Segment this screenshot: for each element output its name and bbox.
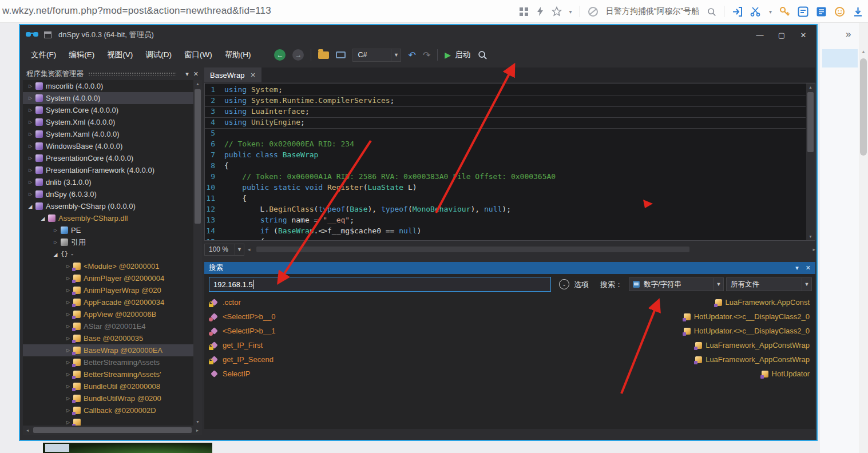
search-result-row[interactable]: get_IP_SecendLuaFramework_AppConstWrap — [204, 352, 815, 367]
expander-icon[interactable]: ◢ — [51, 252, 60, 257]
tree-item[interactable]: ▷BundleUtil @02000008 — [23, 380, 193, 392]
zoom-caret-icon[interactable]: ▼ — [235, 244, 244, 255]
expander-icon[interactable]: ▷ — [64, 276, 72, 281]
scissors-menu-caret-icon[interactable]: ▾ — [769, 9, 772, 15]
tab-basewrap[interactable]: BaseWrap ✕ — [204, 67, 261, 82]
options-label[interactable]: 选项 — [574, 280, 589, 290]
menu-item[interactable]: 视图(V) — [101, 50, 139, 60]
tree-item[interactable]: ▷BundleUtilWrap @0200 — [23, 392, 193, 404]
expander-icon[interactable]: ▷ — [64, 336, 72, 341]
menu-item[interactable]: 文件(F) — [25, 50, 62, 60]
language-caret-icon[interactable]: ▼ — [391, 49, 401, 61]
expander-icon[interactable]: ▷ — [64, 312, 72, 317]
expander-icon[interactable]: ▷ — [64, 384, 72, 389]
extensions-overflow-chevron[interactable]: » — [846, 29, 851, 40]
tree-item[interactable]: ▷PE — [23, 224, 193, 236]
scroll-up-icon[interactable]: ▲ — [806, 85, 815, 89]
tree-item[interactable]: ▷BetterStreamingAssets — [23, 356, 193, 368]
password-key-icon[interactable] — [779, 6, 790, 17]
scrollbar-thumb[interactable] — [195, 89, 201, 224]
expander-icon[interactable]: ▷ — [26, 108, 34, 113]
expander-icon[interactable]: ◢ — [26, 204, 34, 209]
scroll-left-icon[interactable]: ◂ — [23, 428, 32, 433]
tree-item[interactable]: ◢Assembly-CSharp (0.0.0.0) — [23, 200, 193, 212]
site-logo-icon[interactable] — [588, 6, 599, 17]
expander-icon[interactable]: ▷ — [64, 324, 72, 329]
panel-menu-caret-icon[interactable]: ▾ — [795, 264, 799, 272]
search-scope-select[interactable]: 所有文件 ▼ — [726, 277, 812, 291]
tree-item[interactable]: ▷ — [23, 416, 193, 426]
scroll-down-icon[interactable]: ▼ — [193, 420, 202, 424]
tree-item[interactable]: ▷Callback @0200002D — [23, 404, 193, 416]
language-select[interactable]: C# ▼ — [352, 49, 401, 62]
feedback-smiley-icon[interactable] — [834, 6, 845, 17]
tree-item[interactable]: ▷BetterStreamingAssets' — [23, 368, 193, 380]
editor-horizontal-scrollbar[interactable] — [254, 245, 810, 253]
search-result-row[interactable]: SelectIPHotUpdator — [204, 367, 815, 381]
tree-item[interactable]: ◢Assembly-CSharp.dll — [23, 212, 193, 224]
scope-caret-icon[interactable]: ▼ — [802, 278, 811, 291]
scroll-left-icon[interactable]: ◂ — [248, 247, 251, 252]
expander-icon[interactable]: ▷ — [64, 264, 72, 269]
tree-item[interactable]: ▷System.Xml (4.0.0.0) — [23, 116, 193, 128]
editor-vertical-scrollbar[interactable]: ▲ ▼ — [806, 84, 815, 240]
star-menu-caret-icon[interactable]: ▾ — [569, 9, 572, 15]
expander-icon[interactable]: ▷ — [64, 420, 72, 425]
options-chevron-icon[interactable]: ⌄ — [559, 279, 569, 289]
explorer-header[interactable]: 程序集资源管理器 ▾ ✕ — [23, 67, 202, 80]
scrollbar-thumb[interactable] — [256, 247, 689, 252]
search-result-row[interactable]: <SelectIP>b__1HotUpdator.<>c__DisplayCla… — [204, 324, 815, 338]
start-debug-button[interactable]: ▶ 启动 — [445, 50, 470, 60]
tree-item[interactable]: ▷WindowsBase (4.0.0.0) — [23, 140, 193, 152]
search-panel-header[interactable]: 搜索 ▾ ✕ — [204, 262, 815, 274]
expander-icon[interactable]: ▷ — [64, 396, 72, 401]
search-result-row[interactable]: .cctorLuaFramework.AppConst — [204, 295, 815, 309]
tree-item[interactable]: ▷System.Xaml (4.0.0.0) — [23, 128, 193, 140]
tree-horizontal-scrollbar[interactable]: ◂ ▸ — [23, 426, 202, 435]
search-input[interactable]: 192.168.1.5 — [209, 277, 551, 292]
expander-icon[interactable]: ▷ — [26, 132, 34, 137]
expander-icon[interactable]: ▷ — [51, 228, 60, 233]
expander-icon[interactable]: ▷ — [64, 300, 72, 305]
favorite-star-icon[interactable] — [552, 6, 562, 17]
tree-item[interactable]: ▷AppFacade @02000034 — [23, 296, 193, 308]
tree-item[interactable]: ▷dnlib (3.1.0.0) — [23, 176, 193, 188]
tree-vertical-scrollbar[interactable]: ▲ ▼ — [193, 80, 202, 426]
scroll-right-icon[interactable]: ▸ — [193, 428, 202, 433]
scroll-right-icon[interactable]: ▸ — [812, 247, 815, 252]
tree-item[interactable]: ▷PresentationCore (4.0.0.0) — [23, 152, 193, 164]
close-button[interactable]: ✕ — [792, 25, 814, 45]
tree-item[interactable]: ▷引用 — [23, 236, 193, 248]
reader-panel-icon[interactable] — [816, 6, 827, 17]
expander-icon[interactable]: ▷ — [26, 192, 34, 197]
menu-item[interactable]: 编辑(E) — [62, 50, 101, 60]
expander-icon[interactable]: ▷ — [26, 144, 34, 149]
tab-close-icon[interactable]: ✕ — [250, 71, 255, 79]
maximize-button[interactable]: ▢ — [771, 25, 792, 45]
panel-close-icon[interactable]: ✕ — [193, 70, 199, 78]
scroll-up-icon[interactable]: ▲ — [861, 49, 866, 54]
scrollbar-thumb[interactable] — [860, 58, 867, 156]
ticker-search-icon[interactable] — [707, 7, 716, 17]
scroll-up-icon[interactable]: ▲ — [193, 82, 202, 86]
search-result-row[interactable]: get_IP_FirstLuaFramework_AppConstWrap — [204, 338, 815, 352]
tree-item[interactable]: ▷Base @02000035 — [23, 332, 193, 344]
search-result-row[interactable]: <SelectIP>b__0HotUpdator.<>c__DisplayCla… — [204, 309, 815, 324]
panel-menu-caret-icon[interactable]: ▾ — [185, 70, 189, 78]
tree-item[interactable]: ▷AStar @020001E4 — [23, 320, 193, 332]
tree-item[interactable]: ▷dnSpy (6.0.3.0) — [23, 188, 193, 200]
title-bar[interactable]: dnSpy v6.0.3 (64-bit, 管理员) — ▢ ✕ — [20, 25, 817, 45]
expander-icon[interactable]: ▷ — [26, 168, 34, 173]
minimize-button[interactable]: — — [749, 25, 771, 45]
expander-icon[interactable]: ▷ — [26, 84, 34, 89]
redo-icon[interactable]: ↷ — [423, 50, 430, 61]
zoom-select[interactable]: 100 % ▼ — [204, 244, 244, 256]
kind-caret-icon[interactable]: ▼ — [714, 278, 723, 291]
screenshot-scissors-icon[interactable] — [750, 6, 762, 17]
address-bar-url[interactable]: w.wkzy.net/forum.php?mod=post&action=new… — [2, 5, 271, 17]
tree-item[interactable]: ▷<Module> @02000001 — [23, 260, 193, 272]
expander-icon[interactable]: ▷ — [64, 288, 72, 293]
notes-panel-icon[interactable] — [798, 6, 808, 17]
scrollbar-thumb[interactable] — [33, 427, 192, 433]
open-file-icon[interactable] — [318, 51, 329, 59]
